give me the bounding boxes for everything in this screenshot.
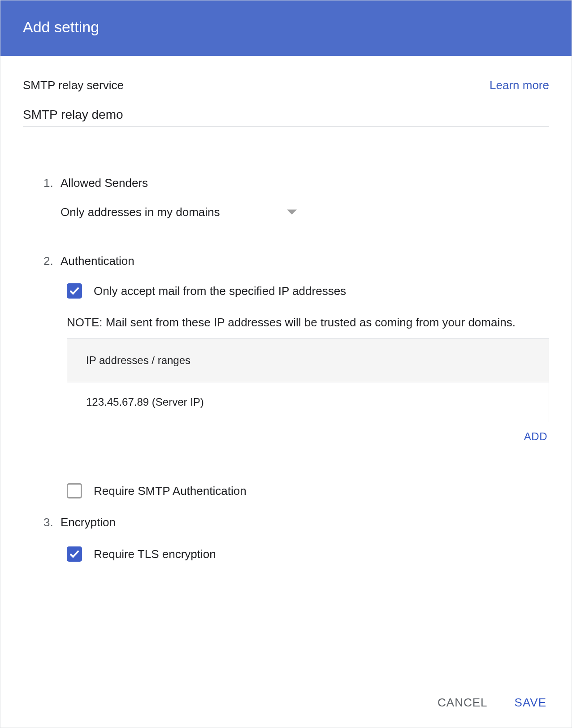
section-1-title: Allowed Senders	[61, 176, 148, 190]
ip-table-header: IP addresses / ranges	[67, 339, 549, 382]
section-2-title: Authentication	[61, 254, 134, 268]
require-smtp-auth-label: Require SMTP Authentication	[94, 484, 247, 498]
setting-name-input[interactable]	[23, 105, 549, 127]
save-button[interactable]: SAVE	[515, 696, 546, 710]
section-3-number: 3.	[43, 516, 56, 529]
dialog-header: Add setting	[0, 0, 572, 56]
ip-note-text: NOTE: Mail sent from these IP addresses …	[43, 316, 549, 329]
chevron-down-icon	[287, 208, 297, 217]
learn-more-link[interactable]: Learn more	[490, 78, 549, 92]
dialog-footer: CANCEL SAVE	[412, 678, 572, 728]
allowed-senders-dropdown[interactable]: Only addresses in my domains	[43, 205, 549, 219]
require-smtp-auth-checkbox[interactable]	[67, 483, 82, 498]
ip-table: IP addresses / ranges 123.45.67.89 (Serv…	[67, 338, 549, 422]
accept-ip-label: Only accept mail from the specified IP a…	[94, 284, 346, 298]
section-2-number: 2.	[43, 254, 56, 268]
ip-table-row[interactable]: 123.45.67.89 (Server IP)	[67, 382, 549, 422]
section-3-title: Encryption	[61, 516, 116, 529]
section-1-number: 1.	[43, 176, 56, 190]
add-ip-button[interactable]: ADD	[524, 430, 547, 443]
accept-ip-checkbox[interactable]	[67, 283, 82, 299]
require-tls-checkbox[interactable]	[67, 546, 82, 562]
service-name-label: SMTP relay service	[23, 78, 124, 92]
dialog-title: Add setting	[23, 18, 549, 36]
cancel-button[interactable]: CANCEL	[438, 696, 487, 710]
dropdown-selected-value: Only addresses in my domains	[61, 205, 220, 219]
require-tls-label: Require TLS encryption	[94, 547, 216, 561]
